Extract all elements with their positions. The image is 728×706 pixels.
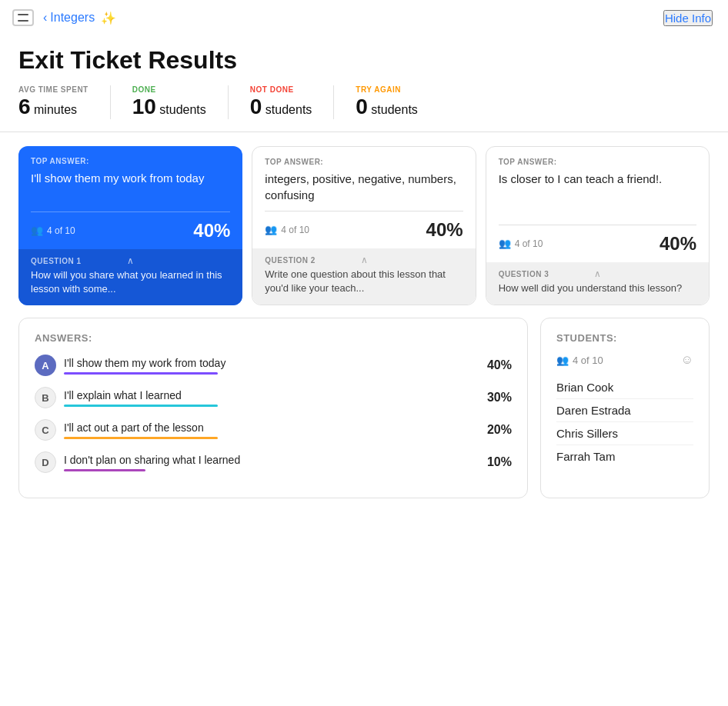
answer-bubble-b: B: [35, 387, 56, 408]
answer-text-a: I'll show them my work from today: [64, 357, 473, 369]
card-1-stats: 👥 4 of 10 40%: [18, 212, 242, 249]
sidebar-toggle[interactable]: [12, 9, 34, 26]
card-1-q-text: How will you share what you learned in t…: [31, 268, 230, 296]
student-chris: Chris Sillers: [556, 422, 693, 445]
stat-value-try-again: 0 students: [356, 95, 418, 119]
card-2-q-text: Write one question about this lesson tha…: [265, 268, 463, 295]
stat-value-not-done: 0 students: [250, 95, 312, 119]
answer-text-c: I'll act out a part of the lesson: [64, 421, 473, 434]
card-1-pct: 40%: [193, 220, 230, 241]
back-label: Integers: [50, 11, 95, 25]
card-2-fraction: 👥 4 of 10: [265, 224, 309, 235]
question-card-1[interactable]: TOP ANSWER: I'll show them my work from …: [18, 146, 242, 305]
card-2-top: TOP ANSWER: integers, positive, negative…: [252, 147, 475, 211]
stat-not-done: NOT DONE 0 students: [250, 85, 335, 119]
stat-try-again: TRY AGAIN 0 students: [356, 85, 439, 119]
question-card-3[interactable]: TOP ANSWER: Is closer to I can teach a f…: [486, 146, 710, 305]
page-title-area: Exit Ticket Results: [0, 32, 728, 85]
card-2-stats: 👥 4 of 10 40%: [252, 211, 475, 248]
chevron-up-icon-2: ∧: [361, 255, 368, 265]
card-2-bottom: ∧ QUESTION 2 Write one question about th…: [252, 248, 475, 305]
answer-content-d: I don't plan on sharing what I learned: [64, 454, 473, 471]
students-header: 👥 4 of 10 ☺: [556, 353, 693, 367]
answer-row-b: B I'll explain what I learned 30%: [35, 387, 512, 408]
questions-section: TOP ANSWER: I'll show them my work from …: [0, 132, 728, 318]
stat-avg-time: AVG TIME SPENT 6 minutes: [18, 85, 111, 119]
questions-grid: TOP ANSWER: I'll show them my work from …: [18, 146, 710, 305]
students-count: 👥 4 of 10: [556, 355, 603, 366]
answer-bar-a: [64, 372, 218, 375]
card-1-top-label: TOP ANSWER:: [31, 157, 230, 165]
card-2-top-label: TOP ANSWER:: [265, 158, 463, 166]
answer-content-c: I'll act out a part of the lesson: [64, 421, 473, 439]
stat-done: DONE 10 students: [132, 85, 229, 119]
student-farrah: Farrah Tam: [556, 445, 693, 468]
stat-label-try-again: TRY AGAIN: [356, 85, 418, 94]
student-brian: Brian Cook: [556, 376, 693, 399]
students-people-icon: 👥: [556, 355, 569, 366]
students-count-text: 4 of 10: [573, 355, 603, 366]
answer-content-b: I'll explain what I learned: [64, 389, 473, 407]
answer-pct-c: 20%: [481, 423, 512, 437]
card-1-fraction: 👥 4 of 10: [31, 225, 75, 236]
answer-row-c: C I'll act out a part of the lesson 20%: [35, 419, 512, 441]
card-3-pct: 40%: [660, 233, 696, 255]
back-chevron-icon: ‹: [43, 11, 47, 25]
answer-pct-d: 10%: [481, 455, 512, 469]
page-title: Exit Ticket Results: [18, 46, 710, 75]
stat-label-done: DONE: [132, 85, 206, 94]
answer-bar-c: [64, 437, 218, 439]
answer-bar-b: [64, 405, 218, 407]
card-3-stats: 👥 4 of 10 40%: [486, 225, 709, 262]
question-card-2[interactable]: TOP ANSWER: integers, positive, negative…: [252, 146, 476, 305]
back-link[interactable]: ‹ Integers ✨: [43, 11, 116, 25]
card-3-top: TOP ANSWER: Is closer to I can teach a f…: [486, 147, 709, 225]
stat-label-not-done: NOT DONE: [250, 85, 312, 94]
answer-bubble-c: C: [35, 419, 56, 441]
answer-row-a: A I'll show them my work from today 40%: [35, 355, 512, 376]
magic-star-icon: ✨: [101, 11, 116, 25]
students-title: STUDENTS:: [556, 332, 693, 344]
card-1-answer: I'll show them my work from today: [31, 170, 230, 186]
card-3-q-text: How well did you understand this lesson?: [499, 281, 696, 295]
top-nav: ‹ Integers ✨ Hide Info: [0, 0, 728, 32]
card-3-top-label: TOP ANSWER:: [499, 158, 696, 166]
stats-row: AVG TIME SPENT 6 minutes DONE 10 student…: [0, 85, 728, 132]
answer-content-a: I'll show them my work from today: [64, 357, 473, 375]
hide-info-button[interactable]: Hide Info: [663, 10, 713, 26]
answer-pct-b: 30%: [481, 391, 512, 405]
answer-bubble-d: D: [35, 451, 56, 473]
answer-row-d: D I don't plan on sharing what I learned…: [35, 451, 512, 473]
bottom-section: ANSWERS: A I'll show them my work from t…: [0, 318, 728, 517]
answers-title: ANSWERS:: [35, 332, 512, 344]
stat-value-done: 10 students: [132, 95, 206, 119]
answer-bubble-a: A: [35, 355, 56, 376]
card-3-bottom: ∧ QUESTION 3 How well did you understand…: [486, 262, 709, 305]
chevron-up-icon-3: ∧: [594, 268, 601, 279]
card-1-bottom: ∧ QUESTION 1 How will you share what you…: [18, 249, 242, 305]
answer-text-b: I'll explain what I learned: [64, 389, 473, 401]
chevron-up-icon-1: ∧: [127, 255, 134, 266]
card-2-answer: integers, positive, negative, numbers, c…: [265, 171, 463, 203]
answers-panel: ANSWERS: A I'll show them my work from t…: [18, 318, 528, 498]
stat-value-avg-time: 6 minutes: [18, 95, 88, 119]
answer-pct-a: 40%: [481, 358, 512, 372]
answer-text-d: I don't plan on sharing what I learned: [64, 454, 473, 466]
nav-left: ‹ Integers ✨: [12, 9, 116, 26]
student-daren: Daren Estrada: [556, 399, 693, 422]
students-panel: STUDENTS: 👥 4 of 10 ☺ Brian Cook Daren E…: [540, 318, 710, 498]
people-icon-1: 👥: [31, 225, 43, 236]
card-2-pct: 40%: [426, 219, 463, 241]
stat-label-avg-time: AVG TIME SPENT: [18, 85, 88, 94]
card-1-top: TOP ANSWER: I'll show them my work from …: [18, 146, 242, 211]
smiley-icon[interactable]: ☺: [681, 353, 693, 367]
card-3-fraction: 👥 4 of 10: [499, 238, 543, 249]
people-icon-2: 👥: [265, 224, 277, 235]
answer-bar-d: [64, 469, 145, 471]
people-icon-3: 👥: [499, 238, 511, 249]
card-3-answer: Is closer to I can teach a friend!.: [499, 171, 696, 187]
